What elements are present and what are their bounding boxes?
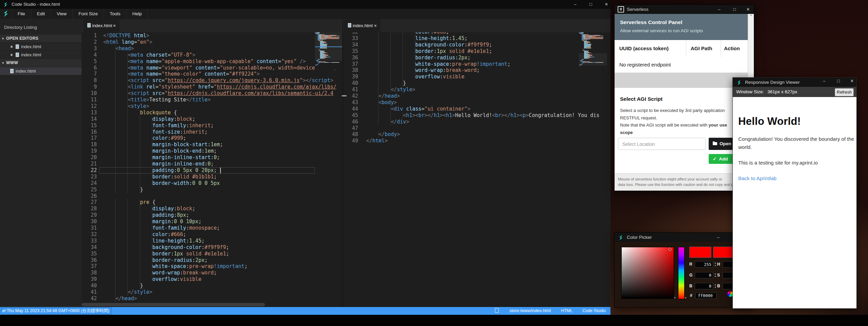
- code-line: <h1><br></h1><h1>Hello World!<br></h1><p…: [366, 112, 599, 119]
- saturation-value-area[interactable]: [621, 247, 674, 299]
- window-size-label: Window Size:: [736, 87, 764, 97]
- window-title: Color Picker: [627, 233, 652, 242]
- responsive-design-viewer-window: Responsive Design Viewer – □ × Window Si…: [732, 77, 857, 309]
- code-line: }: [103, 187, 143, 193]
- color-value-input[interactable]: 255: [695, 261, 713, 268]
- stepper-arrows-icon[interactable]: ▲▼: [714, 272, 717, 279]
- tab-close-icon[interactable]: ×: [374, 23, 377, 28]
- code-line: <script src="https://code.jquery.com/jqu…: [103, 77, 333, 84]
- close-icon[interactable]: ×: [9, 43, 14, 51]
- code-line: background-color:#f9f9f9;: [366, 42, 492, 48]
- minimap-left[interactable]: [315, 32, 342, 70]
- code-line: <html lang="en">: [103, 39, 153, 45]
- tab-close-icon[interactable]: ×: [113, 23, 116, 28]
- editor-right[interactable]: 32color:#666;33line-height:1.45;34backgr…: [343, 32, 610, 307]
- text-cursor: [220, 168, 221, 173]
- app-logo-icon: [736, 80, 742, 85]
- code-line: <meta name="theme-color" content="#ff922…: [103, 71, 260, 77]
- app-logo-icon: [618, 235, 624, 241]
- sidebar: Directory Listing ▾OPEN EDITORS×index.ht…: [0, 19, 82, 307]
- stepper-arrows-icon[interactable]: ▲▼: [714, 262, 717, 268]
- tree-item-index.html[interactable]: ×index.html: [0, 43, 82, 51]
- minimize-button[interactable]: –: [571, 1, 580, 8]
- statusbar-file-path[interactable]: store:/www/index.html: [495, 308, 551, 313]
- menu-items: FileEditViewFont SizeToolsHelp: [12, 9, 148, 19]
- scroll-up-icon[interactable]: ^: [750, 14, 752, 18]
- script-location-input[interactable]: Select Location: [618, 138, 706, 150]
- menu-item-tools[interactable]: Tools: [104, 9, 127, 19]
- panel-title: Serverless Control Panel: [620, 19, 683, 25]
- statusbar-language[interactable]: HTML: [561, 308, 572, 313]
- serverless-app-icon: 0: [618, 6, 624, 13]
- hex-input[interactable]: ff0000: [695, 292, 716, 299]
- maximize-button[interactable]: □: [730, 6, 739, 13]
- close-button[interactable]: ×: [602, 1, 611, 8]
- tree-section-www[interactable]: ▾WWW: [0, 59, 82, 67]
- maximize-button[interactable]: □: [586, 1, 595, 8]
- app-logo-icon: [2, 10, 10, 17]
- serverless-title-bar: 0 Serverless – □ ×: [615, 5, 754, 14]
- hue-marker-right-icon[interactable]: ◂: [685, 296, 686, 299]
- menu-item-edit[interactable]: Edit: [31, 9, 51, 19]
- editor-left[interactable]: 1<!DOCTYPE html>2<html lang="en">3<head>…: [82, 32, 342, 307]
- hue-marker-left-icon[interactable]: ▸: [674, 296, 676, 299]
- menu-item-help[interactable]: Help: [127, 9, 148, 19]
- menu-item-file[interactable]: File: [12, 9, 31, 19]
- minimize-button[interactable]: –: [714, 234, 723, 241]
- minimap-right[interactable]: [579, 32, 607, 70]
- code-line: font-size:inherit;: [103, 129, 208, 135]
- tab-label: index.html: [92, 23, 112, 28]
- code-line: word-wrap:break-word;: [366, 67, 480, 74]
- code-line: margin:0 0 10px;: [103, 218, 201, 225]
- color-value-input[interactable]: 0: [695, 283, 713, 289]
- code-line: blockquote {: [103, 110, 177, 116]
- tree-item-index.html[interactable]: ×index.html: [0, 67, 82, 75]
- tab-index-html-left[interactable]: index.html ×: [83, 19, 120, 32]
- maximize-button[interactable]: □: [834, 78, 843, 84]
- tab-index-html-right[interactable]: index.html ×: [344, 19, 380, 32]
- code-line: word-wrap:break-word;: [103, 270, 217, 276]
- preview-heading: Hello World!: [738, 115, 856, 128]
- color-selector-ring[interactable]: [668, 248, 672, 251]
- fold-marker[interactable]: [342, 95, 347, 96]
- sync-icon: ⇄: [2, 308, 5, 313]
- menu-item-view[interactable]: View: [51, 9, 73, 19]
- code-line: </div>: [366, 119, 409, 125]
- rdv-title-bar: Responsive Design Viewer – □ ×: [733, 78, 856, 87]
- code-line: margin-block-start:1em;: [103, 141, 223, 148]
- code-line: }: [366, 80, 406, 87]
- minimize-button[interactable]: –: [820, 78, 829, 84]
- code-line: padding:8px;: [103, 212, 189, 218]
- refresh-button[interactable]: Refresh: [835, 88, 854, 96]
- menu-bar: FileEditViewFont SizeToolsHelp: [0, 9, 610, 19]
- color-value-input[interactable]: 0: [695, 272, 713, 279]
- code-line: border-radius:2px;: [103, 257, 208, 264]
- serverless-footer-warning: Misuse of serverless function might affe…: [615, 173, 748, 191]
- endpoint-empty-row: No registered endpoint: [615, 57, 748, 73]
- file-icon: [16, 53, 19, 57]
- minimize-button[interactable]: –: [715, 6, 724, 13]
- menu-item-font-size[interactable]: Font Size: [73, 9, 104, 19]
- code-line: <script src="https://cdnjs.cloudflare.co…: [103, 90, 333, 97]
- code-line: <!DOCTYPE html>: [103, 33, 149, 39]
- tree-section-open-editors[interactable]: ▾OPEN EDITORS: [0, 35, 82, 43]
- column-divider: [686, 40, 686, 57]
- code-line: <meta charset="UTF-8">: [103, 52, 195, 58]
- close-button[interactable]: ×: [848, 78, 856, 84]
- tree-item-index.html[interactable]: ×index.html: [0, 51, 82, 59]
- statusbar-datetime[interactable]: ⇄ Thu May 11 2023 21:54:48 GMT+0800 (台北標…: [1, 307, 111, 314]
- horizontal-scrollbar[interactable]: [82, 303, 313, 306]
- file-icon: [10, 69, 14, 73]
- close-button[interactable]: ×: [744, 6, 752, 13]
- current-color-swatch[interactable]: [689, 247, 711, 258]
- back-to-aprintlab-link[interactable]: Back to Aprintlab: [738, 175, 777, 181]
- file-icon: [16, 44, 19, 49]
- statusbar-app-name[interactable]: Code Studio: [582, 308, 606, 313]
- close-icon[interactable]: ×: [9, 51, 14, 59]
- stepper-arrows-icon[interactable]: ▲▼: [714, 283, 717, 289]
- hue-slider[interactable]: [678, 247, 685, 299]
- code-line: white-space:pre-wrap!important;: [366, 61, 510, 68]
- column-agi-path: AGI Path: [691, 45, 712, 51]
- code-line: margin-inline-start:0;: [103, 154, 220, 161]
- hex-field-row: # ff0000: [690, 292, 724, 299]
